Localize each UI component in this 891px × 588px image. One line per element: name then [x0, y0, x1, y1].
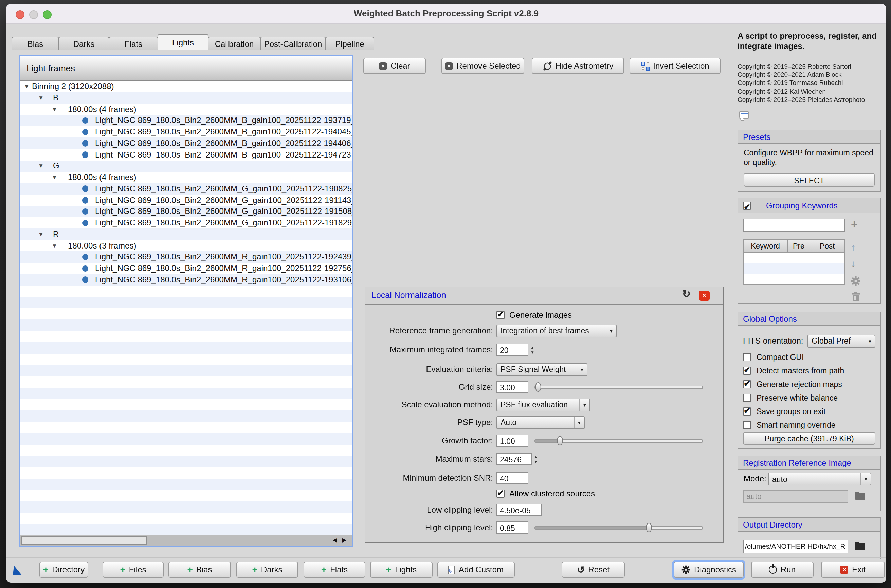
tree-row[interactable]: ▼ B: [20, 92, 352, 104]
smart-naming-checkbox[interactable]: ✔: [743, 421, 751, 429]
option-save-groups[interactable]: ✔ Save groups on exit: [743, 406, 825, 417]
scroll-left-icon[interactable]: ◀: [333, 535, 337, 546]
compact-gui-checkbox[interactable]: ✔: [743, 353, 751, 361]
preserve-white-balance-checkbox[interactable]: ✔: [743, 394, 751, 402]
new-instance-triangle-icon[interactable]: [13, 566, 22, 575]
expander-icon[interactable]: ▼: [24, 81, 30, 92]
output-directory-input[interactable]: /olumes/ANOTHER HD/hx/hx_R: [743, 540, 848, 554]
tree-row[interactable]: ▼ Light_NGC 869_180.0s_Bin2_2600MM_B_gai…: [20, 126, 352, 138]
slider-thumb[interactable]: [536, 382, 542, 392]
expander-icon[interactable]: ▼: [52, 104, 57, 115]
evaluation-criteria-dropdown[interactable]: PSF Signal Weight ▼: [496, 363, 587, 376]
comment-icon[interactable]: [739, 111, 749, 119]
keyword-settings-gear-icon[interactable]: [850, 276, 861, 286]
high-clipping-level-slider[interactable]: [534, 526, 703, 529]
tree-row[interactable]: ▼ Light_NGC 869_180.0s_Bin2_2600MM_B_gai…: [20, 149, 352, 160]
tree-row[interactable]: ▼ 180.00s (4 frames): [20, 172, 352, 183]
expander-icon[interactable]: ▼: [38, 92, 44, 104]
clear-button[interactable]: × Clear: [363, 58, 426, 74]
scrollbar-thumb[interactable]: [21, 536, 147, 544]
grouping-keyword-input[interactable]: [743, 219, 845, 231]
expander-icon[interactable]: ▼: [38, 160, 44, 172]
option-rejection-maps[interactable]: ✔ Generate rejection maps: [743, 379, 842, 390]
add-darks-button[interactable]: + Darks: [236, 561, 298, 578]
close-section-icon[interactable]: ×: [699, 290, 710, 300]
spin-down-icon[interactable]: ▼: [530, 350, 534, 354]
reset-button[interactable]: ↺ Reset: [562, 561, 625, 578]
add-bias-button[interactable]: + Bias: [168, 561, 231, 578]
expander-icon[interactable]: ▼: [52, 240, 57, 252]
purge-cache-button[interactable]: Purge cache (391.79 KiB): [743, 432, 875, 445]
invert-selection-button[interactable]: Invert Selection: [630, 58, 720, 74]
slider-thumb[interactable]: [557, 436, 563, 446]
move-down-icon[interactable]: ↓: [851, 258, 856, 269]
tree-row[interactable]: ▼ Light_NGC 869_180.0s_Bin2_2600MM_G_gai…: [20, 206, 352, 218]
add-flats-button[interactable]: + Flats: [304, 561, 365, 578]
tree-row[interactable]: ▼ Light_NGC 869_180.0s_Bin2_2600MM_R_gai…: [20, 252, 352, 263]
growth-factor-input[interactable]: 1.00: [496, 435, 528, 447]
generate-images-checkbox[interactable]: ✔: [496, 311, 505, 319]
horizontal-scrollbar[interactable]: ◀ ▶: [20, 535, 352, 546]
tree-row[interactable]: ▼ Light_NGC 869_180.0s_Bin2_2600MM_B_gai…: [20, 115, 352, 127]
tab-darks[interactable]: Darks: [58, 37, 110, 50]
tab-lights[interactable]: Lights: [158, 34, 208, 50]
reset-section-icon[interactable]: ↻: [682, 288, 691, 300]
diagnostics-button[interactable]: Diagnostics: [674, 561, 744, 578]
tree-row[interactable]: ▼ Light_NGC 869_180.0s_Bin2_2600MM_R_gai…: [20, 274, 352, 286]
slider-thumb[interactable]: [646, 523, 652, 532]
spin-buttons[interactable]: ▲▼: [534, 454, 538, 464]
grouping-keywords-checkbox[interactable]: ✔: [743, 201, 751, 210]
maximum-integrated-frames-input[interactable]: 20: [496, 344, 528, 356]
add-files-button[interactable]: + Files: [102, 561, 164, 578]
low-clipping-level-input[interactable]: 4.50e-05: [496, 504, 542, 516]
add-directory-button[interactable]: + Directory: [39, 561, 88, 578]
exit-button[interactable]: × Exit: [821, 561, 885, 578]
tab-calibration[interactable]: Calibration: [208, 37, 261, 50]
column-header-keyword[interactable]: Keyword: [743, 239, 787, 253]
browse-reference-folder-icon[interactable]: [855, 493, 865, 500]
grouping-keywords-table-body[interactable]: [743, 253, 845, 285]
presets-select-button[interactable]: SELECT: [744, 173, 875, 187]
expander-icon[interactable]: ▼: [52, 172, 57, 183]
spin-buttons[interactable]: ▲▼: [530, 345, 534, 354]
move-up-icon[interactable]: ↑: [851, 242, 856, 253]
column-header-post[interactable]: Post: [810, 239, 845, 253]
registration-reference-path-input[interactable]: auto: [743, 490, 848, 503]
remove-selected-button[interactable]: × Remove Selected: [441, 58, 524, 74]
hide-astrometry-button[interactable]: Hide Astrometry: [532, 58, 624, 74]
save-groups-checkbox[interactable]: ✔: [743, 407, 751, 416]
option-smart-naming[interactable]: ✔ Smart naming override: [743, 420, 836, 430]
rejection-maps-checkbox[interactable]: ✔: [743, 380, 751, 388]
tab-post-calibration[interactable]: Post-Calibration: [260, 37, 326, 50]
grid-size-slider[interactable]: [534, 386, 703, 389]
expander-icon[interactable]: ▼: [38, 229, 44, 240]
detect-masters-checkbox[interactable]: ✔: [743, 367, 751, 375]
option-preserve-white-balance[interactable]: ✔ Preserve white balance: [743, 393, 838, 404]
tab-flats[interactable]: Flats: [109, 37, 158, 50]
tree-row[interactable]: ▼ Light_NGC 869_180.0s_Bin2_2600MM_R_gai…: [20, 263, 352, 274]
registration-mode-dropdown[interactable]: auto ▼: [768, 472, 871, 486]
tree-row[interactable]: ▼ Binning 2 (3120x2088): [20, 81, 352, 92]
tree-row[interactable]: ▼ 180.00s (3 frames): [20, 240, 352, 252]
minimum-detection-snr-input[interactable]: 40: [496, 472, 528, 484]
tree-row[interactable]: ▼ G: [20, 160, 352, 172]
tree-row[interactable]: ▼ Light_NGC 869_180.0s_Bin2_2600MM_G_gai…: [20, 183, 352, 195]
grid-size-input[interactable]: 3.00: [496, 381, 528, 393]
scroll-right-icon[interactable]: ▶: [342, 535, 346, 546]
tree-row[interactable]: ▼ Light_NGC 869_180.0s_Bin2_2600MM_B_gai…: [20, 138, 352, 149]
add-keyword-icon[interactable]: +: [851, 218, 858, 231]
tab-bias[interactable]: Bias: [12, 37, 59, 50]
scale-evaluation-method-dropdown[interactable]: PSF flux evaluation ▼: [496, 398, 590, 411]
spin-down-icon[interactable]: ▼: [534, 459, 538, 464]
column-header-pre[interactable]: Pre: [787, 239, 810, 253]
high-clipping-level-input[interactable]: 0.85: [496, 522, 528, 534]
allow-clustered-sources-checkbox[interactable]: ✔: [496, 489, 505, 498]
delete-keyword-trash-icon[interactable]: [851, 292, 861, 302]
tree-row[interactable]: ▼ R: [20, 229, 352, 240]
add-custom-button[interactable]: ✎ Add Custom: [437, 561, 515, 578]
tab-pipeline[interactable]: Pipeline: [325, 37, 374, 50]
option-detect-masters[interactable]: ✔ Detect masters from path: [743, 365, 844, 376]
psf-type-dropdown[interactable]: Auto ▼: [496, 416, 585, 429]
run-button[interactable]: Run: [751, 561, 814, 578]
option-compact-gui[interactable]: ✔ Compact GUI: [743, 352, 804, 363]
